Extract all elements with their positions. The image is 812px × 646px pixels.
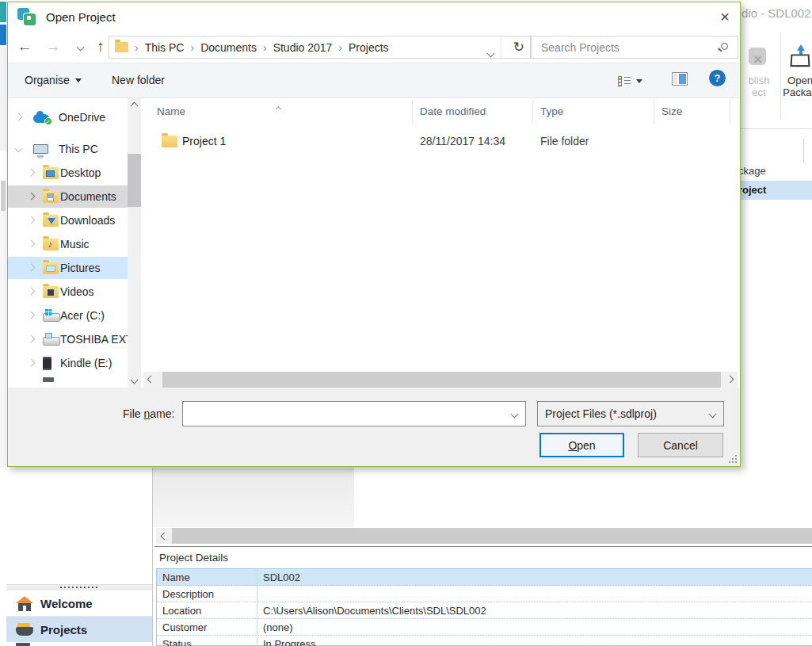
search-box[interactable] xyxy=(531,36,738,59)
file-name-input[interactable] xyxy=(188,405,505,422)
expand-chevron-icon[interactable] xyxy=(28,169,36,177)
background-horizontal-scrollbar[interactable] xyxy=(156,528,812,544)
expand-chevron-icon[interactable] xyxy=(28,240,36,248)
background-panel-sliver xyxy=(0,48,6,151)
tree-item-pictures[interactable]: Pictures xyxy=(8,257,128,279)
change-view-button[interactable] xyxy=(618,72,656,90)
dialog-titlebar[interactable]: Open Project × xyxy=(8,2,740,32)
scroll-left-icon[interactable] xyxy=(147,376,155,384)
music-folder-icon: ♪ xyxy=(43,239,59,250)
open-package-button[interactable]: Open Packag xyxy=(782,46,812,98)
background-scrollbar-thumb[interactable] xyxy=(172,528,812,544)
tree-item-documents[interactable]: Documents xyxy=(8,185,128,208)
open-button[interactable]: Open xyxy=(539,433,624,457)
resize-grip[interactable] xyxy=(729,455,737,463)
column-divider[interactable] xyxy=(730,100,730,124)
tree-item-kindle-e[interactable]: Kindle (E:) xyxy=(8,352,128,374)
list-scrollbar-thumb[interactable] xyxy=(162,372,721,388)
expand-chevron-icon[interactable] xyxy=(28,335,36,343)
column-header-type[interactable]: Type xyxy=(540,105,563,117)
expand-chevron-icon[interactable] xyxy=(28,193,36,201)
sidebar-item-welcome[interactable]: Welcome xyxy=(6,590,152,616)
tree-vertical-scrollbar[interactable] xyxy=(128,98,141,388)
folder-icon xyxy=(162,136,177,147)
scroll-right-icon[interactable] xyxy=(726,376,734,384)
table-row[interactable]: Location C:\Users\Alison\Documents\Clien… xyxy=(157,602,812,619)
expand-chevron-icon[interactable] xyxy=(28,288,36,296)
tree-item-downloads[interactable]: Downloads xyxy=(8,209,128,231)
breadcrumb-item-documents[interactable]: Documents xyxy=(200,41,257,54)
view-dropdown-caret-icon xyxy=(636,79,642,83)
row-value: SDL002 xyxy=(257,569,300,585)
address-dropdown-chevron-icon[interactable] xyxy=(488,45,494,59)
row-label: Customer xyxy=(157,619,257,635)
column-header-size[interactable]: Size xyxy=(661,105,682,117)
tree-item-this-pc[interactable]: This PC xyxy=(8,138,128,160)
new-folder-button[interactable]: New folder xyxy=(112,74,165,86)
combobox-chevron-icon[interactable] xyxy=(511,411,519,419)
file-name-combobox[interactable] xyxy=(182,401,526,426)
tree-item-videos[interactable]: Videos xyxy=(8,281,128,303)
scroll-up-icon[interactable] xyxy=(131,102,139,110)
preview-pane-button[interactable] xyxy=(672,72,688,86)
tree-item-toshiba-ext[interactable]: TOSHIBA EXT xyxy=(8,328,128,350)
date-modified-cell: 28/11/2017 14:34 xyxy=(420,135,505,147)
background-panel-sliver-lower xyxy=(0,211,6,468)
expand-chevron-icon[interactable] xyxy=(28,216,36,224)
breadcrumb-item-projects[interactable]: Projects xyxy=(349,41,389,54)
collapse-chevron-icon[interactable] xyxy=(15,145,23,153)
expand-chevron-icon[interactable] xyxy=(28,312,36,319)
close-icon[interactable]: × xyxy=(711,6,738,28)
column-header-date-modified[interactable]: Date modified xyxy=(420,105,486,117)
expand-chevron-icon[interactable] xyxy=(28,359,36,367)
file-list-header: Name Date modified Type Size xyxy=(143,98,738,125)
back-button[interactable]: ← xyxy=(13,35,36,59)
organise-label: Organise xyxy=(25,74,70,86)
tree-item-desktop[interactable]: Desktop xyxy=(8,162,128,184)
column-divider[interactable] xyxy=(412,100,413,124)
dialog-navigation-row: ← → ↑ › This PC › Documents › Studio 201… xyxy=(8,32,740,63)
row-label: Description xyxy=(157,586,257,602)
table-row[interactable]: Description xyxy=(157,586,812,602)
breadcrumb-separator-icon: › xyxy=(184,41,200,54)
tree-item-acer-c[interactable]: Acer (C:) xyxy=(8,304,128,327)
forward-button[interactable]: → xyxy=(41,35,65,59)
dropdown-caret-icon xyxy=(75,78,82,82)
column-header-name[interactable]: Name xyxy=(157,105,185,117)
menu-item-open-package-partial[interactable]: ckage xyxy=(738,165,766,177)
search-input[interactable] xyxy=(541,39,707,55)
cancel-button[interactable]: Cancel xyxy=(638,433,723,457)
list-view-icon xyxy=(618,75,630,87)
tree-item-music[interactable]: ♪ Music xyxy=(8,233,128,255)
breadcrumb-item-studio-2017[interactable]: Studio 2017 xyxy=(273,41,333,54)
table-row[interactable]: Customer (none) xyxy=(157,619,812,636)
refresh-icon[interactable]: ↻ xyxy=(513,39,524,55)
expand-chevron-icon[interactable] xyxy=(28,264,36,272)
publish-project-icon: × xyxy=(747,46,771,70)
help-button[interactable]: ? xyxy=(709,70,726,86)
row-value: C:\Users\Alison\Documents\Clients\SDL\SD… xyxy=(257,602,486,618)
publish-project-button[interactable]: × blish ect xyxy=(739,46,779,98)
table-row[interactable]: Name SDL002 xyxy=(157,569,812,586)
tree-item-onedrive[interactable]: ✓ OneDrive xyxy=(8,106,128,128)
menu-item-open-project-partial[interactable]: roject xyxy=(738,184,766,196)
list-horizontal-scrollbar[interactable] xyxy=(143,372,738,388)
breadcrumb[interactable]: › This PC › Documents › Studio 2017 › Pr… xyxy=(109,36,531,59)
sidebar-item-projects[interactable]: Projects xyxy=(6,616,152,642)
file-list-row-project-1[interactable]: Project 1 28/11/2017 14:34 File folder xyxy=(143,130,730,152)
scroll-left-icon[interactable] xyxy=(156,528,172,544)
scroll-down-icon[interactable] xyxy=(131,377,139,384)
file-name-label: File name: xyxy=(123,407,174,420)
file-type-select[interactable]: Project Files (*.sdlproj) xyxy=(537,401,724,426)
tree-scrollbar-thumb[interactable] xyxy=(128,154,141,207)
pane-splitter[interactable] xyxy=(6,584,152,590)
breadcrumb-item-this-pc[interactable]: This PC xyxy=(145,41,185,54)
organise-button[interactable]: Organise xyxy=(25,74,82,86)
column-divider[interactable] xyxy=(532,100,533,124)
search-icon xyxy=(721,43,728,50)
column-divider[interactable] xyxy=(654,100,654,124)
expand-chevron-icon[interactable] xyxy=(15,113,23,121)
type-cell: File folder xyxy=(540,135,589,147)
table-row[interactable]: Status In Progress xyxy=(157,636,812,646)
navigation-pane: Welcome Projects xyxy=(6,468,153,646)
